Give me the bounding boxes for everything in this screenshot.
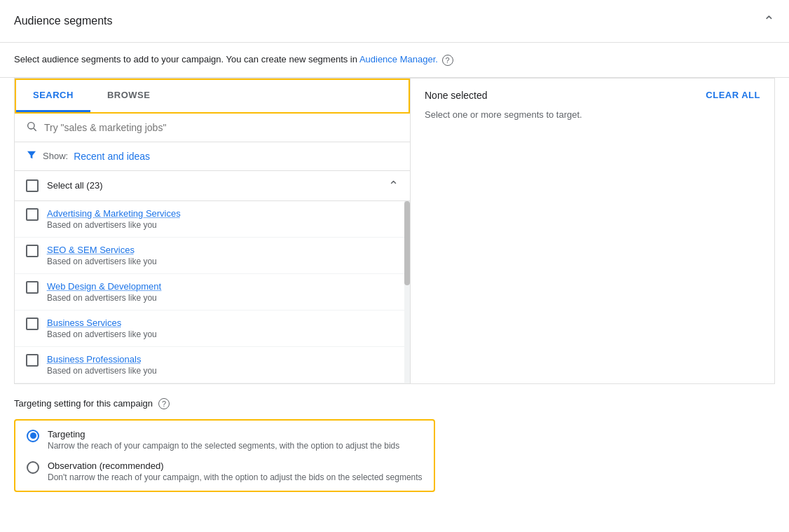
main-panel: SEARCH BROWSE Show: — [14, 78, 775, 384]
audience-manager-link[interactable]: Audience Manager. — [359, 54, 438, 64]
radio-targeting-label: Targeting — [48, 429, 399, 439]
filter-icon — [26, 149, 37, 163]
list-item[interactable]: SEO & SEM Services Based on advertisers … — [15, 238, 410, 274]
item-desc-3: Based on advertisers like you — [47, 329, 157, 339]
filter-value[interactable]: Recent and ideas — [74, 151, 150, 162]
radio-observation-label: Observation (recommended) — [48, 461, 423, 471]
targeting-title-text: Targeting setting for this campaign — [14, 398, 153, 409]
select-all-checkbox[interactable] — [26, 179, 39, 192]
description-row: Select audience segments to add to your … — [0, 43, 789, 78]
collapse-icon[interactable]: ⌃ — [763, 13, 775, 29]
right-panel: None selected CLEAR ALL Select one or mo… — [411, 79, 774, 383]
svg-point-0 — [28, 122, 34, 128]
item-checkbox-1[interactable] — [26, 245, 39, 257]
radio-option-targeting[interactable]: Targeting Narrow the reach of your campa… — [27, 429, 423, 451]
section-header: Audience segments ⌃ — [0, 0, 789, 43]
tabs-row: SEARCH BROWSE — [15, 79, 410, 114]
item-name-1[interactable]: SEO & SEM Services — [47, 245, 157, 255]
item-desc-0: Based on advertisers like you — [47, 220, 181, 230]
item-checkbox-0[interactable] — [26, 208, 39, 221]
item-checkbox-2[interactable] — [26, 281, 39, 294]
select-all-row: Select all (23) ⌃ — [15, 171, 410, 201]
audience-segments-panel: Audience segments ⌃ Select audience segm… — [0, 0, 789, 506]
item-name-2[interactable]: Web Design & Development — [47, 281, 161, 292]
segments-list: Advertising & Marketing Services Based o… — [15, 201, 410, 383]
item-checkbox-4[interactable] — [26, 354, 39, 367]
targeting-options-box: Targeting Narrow the reach of your campa… — [14, 419, 435, 492]
left-panel: SEARCH BROWSE Show: — [15, 79, 411, 383]
scroll-thumb[interactable] — [404, 201, 410, 285]
radio-observation[interactable] — [27, 461, 39, 474]
list-item[interactable]: Business Professionals Based on advertis… — [15, 347, 410, 383]
targeting-section: Targeting setting for this campaign ? Ta… — [0, 384, 789, 506]
scroll-track — [404, 201, 410, 383]
description-help-icon[interactable]: ? — [442, 55, 453, 66]
search-box — [15, 114, 410, 142]
radio-targeting[interactable] — [27, 430, 39, 442]
right-empty-text: Select one or more segments to target. — [425, 109, 760, 120]
search-icon — [26, 121, 37, 135]
item-desc-1: Based on advertisers like you — [47, 257, 157, 266]
list-item[interactable]: Web Design & Development Based on advert… — [15, 274, 410, 311]
radio-observation-desc: Don't narrow the reach of your campaign,… — [48, 472, 423, 482]
radio-option-observation[interactable]: Observation (recommended) Don't narrow t… — [27, 461, 423, 482]
search-input[interactable] — [44, 122, 399, 133]
targeting-help-icon[interactable]: ? — [158, 398, 170, 409]
targeting-title: Targeting setting for this campaign ? — [14, 398, 775, 409]
filter-label: Show: — [43, 151, 68, 161]
none-selected-text: None selected — [425, 90, 488, 101]
select-all-label: Select all (23) — [47, 180, 102, 191]
radio-targeting-desc: Narrow the reach of your campaign to the… — [48, 441, 399, 451]
item-desc-4: Based on advertisers like you — [47, 366, 157, 376]
tab-search[interactable]: SEARCH — [16, 80, 90, 112]
section-title: Audience segments — [14, 15, 113, 27]
svg-line-1 — [34, 128, 36, 131]
item-name-0[interactable]: Advertising & Marketing Services — [47, 208, 181, 219]
list-item[interactable]: Business Services Based on advertisers l… — [15, 311, 410, 347]
filter-row: Show: Recent and ideas — [15, 142, 410, 171]
clear-all-button[interactable]: CLEAR ALL — [706, 90, 760, 100]
right-header: None selected CLEAR ALL — [425, 90, 760, 101]
description-text: Select audience segments to add to your … — [14, 54, 359, 64]
list-item[interactable]: Advertising & Marketing Services Based o… — [15, 201, 410, 238]
item-name-4[interactable]: Business Professionals — [47, 354, 157, 364]
tab-browse[interactable]: BROWSE — [90, 80, 167, 112]
list-collapse-icon[interactable]: ⌃ — [388, 178, 399, 193]
item-desc-2: Based on advertisers like you — [47, 293, 161, 303]
item-name-3[interactable]: Business Services — [47, 318, 157, 328]
select-all-left: Select all (23) — [26, 179, 102, 192]
item-checkbox-3[interactable] — [26, 318, 39, 330]
